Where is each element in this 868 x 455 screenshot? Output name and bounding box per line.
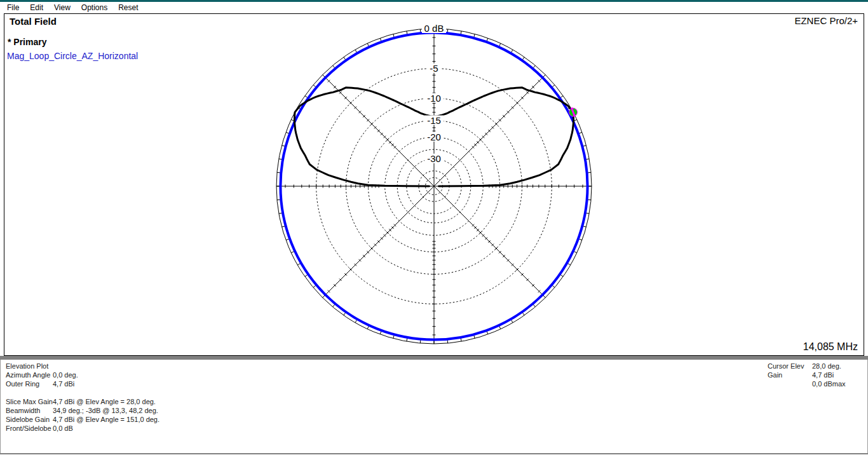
plot-area: 0 dB-5-10-15-20-30 Total Field * Primary… bbox=[4, 13, 864, 356]
menu-view[interactable]: View bbox=[52, 3, 72, 12]
info-label: Gain bbox=[768, 370, 812, 379]
info-panel-left: Elevation PlotAzimuth Angle0,0 deg.Outer… bbox=[6, 362, 159, 433]
info-label: Sidelobe Gain bbox=[6, 415, 53, 424]
info-row bbox=[6, 388, 159, 397]
info-row: Cursor Elev28,0 deg. bbox=[768, 362, 846, 370]
info-row: Slice Max Gain4,7 dBi @ Elev Angle = 28,… bbox=[6, 397, 159, 406]
info-value: 4,7 dBi bbox=[812, 370, 834, 379]
info-row: Azimuth Angle0,0 deg. bbox=[6, 370, 159, 379]
trace-description: Mag_Loop_Circle_AZ_Horizontal bbox=[7, 51, 138, 61]
ring-db-label: -10 bbox=[427, 93, 441, 104]
info-row: Gain4,7 dBi bbox=[768, 370, 846, 379]
ring-db-label: -20 bbox=[427, 132, 441, 142]
info-label: Elevation Plot bbox=[6, 362, 53, 370]
cursor-marker[interactable] bbox=[569, 108, 578, 117]
frequency-readout: 14,085 MHz bbox=[803, 341, 858, 353]
info-row: Front/Sidelobe0,0 dB bbox=[6, 424, 159, 433]
info-label: Beamwidth bbox=[6, 406, 53, 415]
info-value: 34,9 deg.; -3dB @ 13,3, 48,2 deg. bbox=[53, 406, 158, 415]
info-value: 4,7 dBi bbox=[53, 379, 74, 388]
ring-db-label: -15 bbox=[427, 115, 441, 126]
info-label bbox=[768, 379, 812, 388]
menu-file[interactable]: File bbox=[5, 3, 21, 12]
ring-db-label: 0 dB bbox=[424, 23, 444, 34]
info-label bbox=[6, 388, 53, 397]
info-row: Elevation Plot bbox=[6, 362, 159, 370]
info-label: Azimuth Angle bbox=[6, 370, 53, 379]
window-bottom-edge bbox=[0, 453, 868, 454]
info-value: 28,0 deg. bbox=[812, 362, 841, 370]
ring-db-label: -30 bbox=[427, 153, 441, 164]
info-value: 0,0 deg. bbox=[53, 370, 78, 379]
info-label: Cursor Elev bbox=[768, 362, 812, 370]
ring-db-label: -5 bbox=[430, 63, 438, 74]
menu-reset[interactable]: Reset bbox=[116, 3, 140, 12]
info-row: Sidelobe Gain4,7 dBi @ Elev Angle = 151,… bbox=[6, 415, 159, 424]
primary-trace-label: * Primary bbox=[8, 37, 46, 47]
menu-options[interactable]: Options bbox=[79, 3, 109, 12]
menu-edit[interactable]: Edit bbox=[28, 3, 45, 12]
plot-title: Total Field bbox=[10, 16, 57, 27]
info-label: Slice Max Gain bbox=[6, 397, 53, 406]
info-panel-right: Cursor Elev28,0 deg.Gain4,7 dBi0,0 dBmax bbox=[768, 362, 846, 388]
info-value: 0,0 dBmax bbox=[812, 379, 846, 388]
info-panel: Elevation PlotAzimuth Angle0,0 deg.Outer… bbox=[0, 360, 868, 453]
info-row: Outer Ring4,7 dBi bbox=[6, 379, 159, 388]
app-name: EZNEC Pro/2+ bbox=[794, 15, 858, 26]
info-value: 0,0 dB bbox=[53, 424, 73, 433]
polar-plot[interactable]: 0 dB-5-10-15-20-30 bbox=[4, 14, 864, 355]
menu-bar: File Edit View Options Reset bbox=[0, 2, 868, 13]
info-label: Front/Sidelobe bbox=[6, 424, 53, 433]
info-row: 0,0 dBmax bbox=[768, 379, 846, 388]
info-row: Beamwidth34,9 deg.; -3dB @ 13,3, 48,2 de… bbox=[6, 406, 159, 415]
info-value: 4,7 dBi @ Elev Angle = 28,0 deg. bbox=[53, 397, 156, 406]
info-label: Outer Ring bbox=[6, 379, 53, 388]
info-value: 4,7 dBi @ Elev Angle = 151,0 deg. bbox=[53, 415, 159, 424]
